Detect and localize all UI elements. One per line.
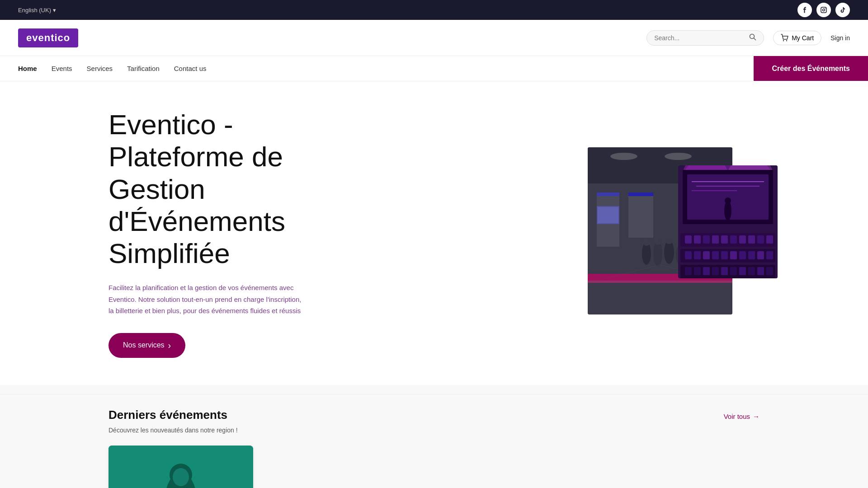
svg-point-2 bbox=[825, 8, 826, 9]
svg-rect-53 bbox=[721, 235, 728, 244]
svg-rect-49 bbox=[685, 235, 692, 244]
create-events-button[interactable]: Créer des Événements bbox=[754, 56, 868, 81]
language-arrow: ▾ bbox=[53, 7, 56, 14]
svg-rect-76 bbox=[730, 267, 737, 275]
recent-events-header: Derniers événements Voir tous → bbox=[0, 394, 868, 427]
svg-point-9 bbox=[610, 153, 637, 160]
nav: Home Events Services Tarification Contac… bbox=[0, 56, 868, 81]
nav-link-home[interactable]: Home bbox=[18, 65, 37, 72]
svg-rect-72 bbox=[694, 267, 701, 275]
svg-rect-56 bbox=[748, 235, 755, 244]
svg-rect-78 bbox=[748, 267, 755, 275]
svg-rect-60 bbox=[685, 251, 692, 259]
svg-rect-54 bbox=[730, 235, 737, 244]
language-selector[interactable]: English (UK) ▾ bbox=[18, 7, 56, 14]
hero-section: Eventico - Plateforme de Gestion d'Événe… bbox=[0, 81, 868, 385]
hero-btn-arrow: › bbox=[168, 340, 171, 351]
nav-links: Home Events Services Tarification Contac… bbox=[0, 56, 754, 81]
svg-rect-43 bbox=[692, 181, 764, 182]
language-label: English (UK) bbox=[18, 7, 51, 14]
search-input[interactable] bbox=[654, 34, 745, 42]
facebook-icon[interactable] bbox=[797, 3, 812, 17]
svg-point-22 bbox=[654, 237, 662, 245]
hero-images bbox=[588, 147, 778, 319]
svg-rect-62 bbox=[703, 251, 710, 259]
recent-events-title: Derniers événements bbox=[108, 408, 227, 422]
tiktok-icon[interactable] bbox=[835, 3, 850, 17]
svg-point-24 bbox=[665, 237, 673, 244]
nav-link-contact[interactable]: Contact us bbox=[174, 65, 207, 72]
instagram-icon[interactable] bbox=[816, 3, 831, 17]
nos-services-button[interactable]: Nos services › bbox=[108, 333, 185, 358]
svg-point-20 bbox=[643, 239, 650, 246]
nav-link-events[interactable]: Events bbox=[52, 65, 72, 72]
nos-services-label: Nos services bbox=[123, 341, 165, 349]
svg-rect-16 bbox=[598, 207, 618, 223]
cart-button[interactable]: My Cart bbox=[773, 31, 821, 45]
event-card-image bbox=[108, 446, 253, 488]
hero-title: Eventico - Plateforme de Gestion d'Événe… bbox=[108, 108, 371, 269]
svg-rect-58 bbox=[766, 235, 773, 244]
svg-rect-52 bbox=[712, 235, 719, 244]
nav-link-services[interactable]: Services bbox=[87, 65, 113, 72]
hero-text: Eventico - Plateforme de Gestion d'Événe… bbox=[108, 108, 371, 358]
svg-rect-65 bbox=[730, 251, 737, 259]
top-bar: English (UK) ▾ bbox=[0, 0, 868, 20]
social-icons bbox=[797, 3, 850, 17]
svg-point-10 bbox=[665, 153, 692, 160]
hero-subtitle: Facilitez la planification et la gestion… bbox=[108, 282, 307, 317]
svg-rect-61 bbox=[694, 251, 701, 259]
signin-button[interactable]: Sign in bbox=[830, 34, 850, 42]
svg-rect-77 bbox=[739, 267, 746, 275]
logo[interactable]: eventico bbox=[18, 28, 78, 47]
search-bar[interactable] bbox=[646, 30, 764, 46]
nav-link-tarification[interactable]: Tarification bbox=[127, 65, 160, 72]
svg-rect-44 bbox=[696, 186, 760, 187]
svg-rect-55 bbox=[739, 235, 746, 244]
svg-rect-18 bbox=[628, 192, 653, 196]
conference-image bbox=[678, 165, 778, 278]
svg-rect-75 bbox=[721, 267, 728, 275]
recent-events-subtitle: Découvrez les nouveautés dans notre regi… bbox=[0, 427, 868, 441]
see-all-label: Voir tous bbox=[724, 413, 750, 420]
svg-rect-50 bbox=[694, 235, 701, 244]
hero-image-overlay bbox=[678, 165, 778, 278]
cart-label: My Cart bbox=[792, 34, 814, 42]
svg-rect-45 bbox=[692, 190, 737, 191]
svg-rect-79 bbox=[757, 267, 764, 275]
svg-point-6 bbox=[786, 40, 787, 41]
event-card-row bbox=[0, 441, 868, 488]
svg-rect-68 bbox=[757, 251, 764, 259]
svg-rect-74 bbox=[712, 267, 719, 275]
svg-point-5 bbox=[783, 40, 784, 41]
svg-rect-17 bbox=[628, 192, 653, 238]
svg-rect-51 bbox=[703, 235, 710, 244]
svg-rect-12 bbox=[588, 281, 732, 283]
header-right: My Cart Sign in bbox=[646, 30, 850, 46]
svg-rect-57 bbox=[757, 235, 764, 244]
svg-rect-73 bbox=[703, 267, 710, 275]
svg-point-85 bbox=[173, 468, 189, 486]
see-all-arrow: → bbox=[753, 413, 760, 420]
svg-rect-67 bbox=[748, 251, 755, 259]
svg-rect-64 bbox=[721, 251, 728, 259]
search-button[interactable] bbox=[749, 33, 756, 42]
see-all-link[interactable]: Voir tous → bbox=[724, 413, 760, 420]
svg-rect-71 bbox=[685, 267, 692, 275]
svg-rect-69 bbox=[766, 251, 773, 259]
svg-rect-66 bbox=[739, 251, 746, 259]
event-card[interactable] bbox=[108, 446, 253, 488]
svg-rect-0 bbox=[821, 7, 826, 13]
svg-point-47 bbox=[725, 197, 731, 204]
svg-rect-63 bbox=[712, 251, 719, 259]
svg-rect-14 bbox=[597, 192, 619, 196]
svg-rect-80 bbox=[766, 267, 773, 275]
recent-events-section: Derniers événements Voir tous → Découvre… bbox=[0, 385, 868, 488]
header: eventico My Cart Sign in bbox=[0, 20, 868, 56]
svg-line-4 bbox=[754, 38, 756, 40]
svg-point-1 bbox=[823, 9, 825, 11]
